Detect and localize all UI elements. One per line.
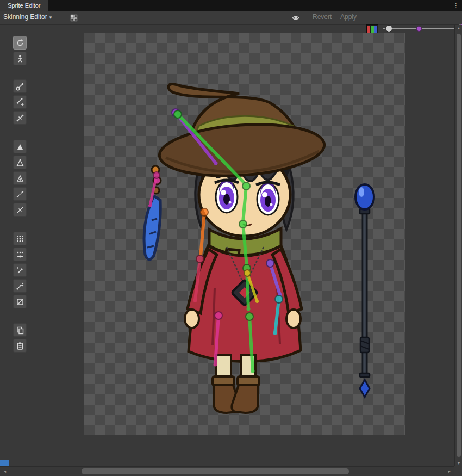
- restore-bind-pose-button[interactable]: [13, 52, 27, 65]
- staff-sprite: [355, 184, 374, 397]
- edit-geometry-button[interactable]: [13, 156, 27, 169]
- skinning-tool-column: [13, 36, 27, 355]
- auto-geometry-button[interactable]: [13, 140, 27, 153]
- weight-brush-button[interactable]: [13, 263, 27, 277]
- scroll-left-icon[interactable]: ◄: [1, 469, 9, 473]
- hat-feather-accessory: [144, 166, 161, 259]
- reset-pose-icon: [16, 39, 24, 47]
- weight-tool-group: [13, 232, 27, 308]
- sprite-editor-window: Sprite Editor ⋮ Skinning Editor▾ Revert …: [0, 0, 462, 476]
- editor-mode-dropdown[interactable]: Skinning Editor▾: [3, 13, 52, 21]
- sprite-influence-button[interactable]: [13, 295, 27, 308]
- revert-button[interactable]: Revert: [313, 13, 332, 21]
- zoom-slider[interactable]: [383, 28, 460, 29]
- create-edge-button[interactable]: [13, 187, 27, 201]
- create-vertex-icon: [16, 174, 24, 183]
- edit-joints-icon: [16, 82, 24, 91]
- chevron-down-icon: ▾: [49, 15, 52, 20]
- bone-influence-icon: [16, 282, 24, 290]
- pose-tool-group: [13, 36, 27, 65]
- visibility-panel-button[interactable]: [290, 13, 301, 23]
- auto-weights-icon: [16, 234, 24, 243]
- opacity-handle-1[interactable]: [416, 26, 422, 32]
- sprite-canvas[interactable]: [84, 33, 405, 435]
- reset-pose-button[interactable]: [13, 36, 27, 50]
- clipboard-tool-group: [13, 323, 27, 353]
- witch-hat: [158, 84, 326, 181]
- tab-sprite-editor[interactable]: Sprite Editor: [0, 0, 48, 11]
- split-edge-icon: [16, 206, 24, 214]
- scroll-up-icon[interactable]: ▲: [455, 26, 462, 30]
- create-bone-button[interactable]: [13, 95, 27, 109]
- toolbar: Skinning Editor▾ Revert Apply: [0, 11, 462, 25]
- geometry-tool-group: [13, 140, 27, 217]
- right-boot: [232, 376, 259, 413]
- edit-joints-button[interactable]: [13, 79, 27, 93]
- weight-slider-icon: [16, 250, 24, 259]
- vertical-scrollbar[interactable]: ▲ ▼: [454, 25, 462, 466]
- editor-mode-label: Skinning Editor: [3, 13, 47, 21]
- paste-icon: [16, 342, 24, 350]
- weight-brush-icon: [16, 266, 24, 275]
- eye-icon: [291, 14, 300, 22]
- paste-button[interactable]: [13, 339, 27, 353]
- copy-icon: [16, 326, 24, 335]
- sprite-sheet-toggle-button[interactable]: [68, 13, 79, 23]
- sprite-sheet-icon: [70, 14, 78, 22]
- scrollbar-corner: [454, 466, 462, 476]
- copy-button[interactable]: [13, 323, 27, 337]
- vertical-scroll-thumb[interactable]: [457, 34, 461, 457]
- red-channel-chip: [367, 26, 370, 33]
- blue-channel-chip: [374, 26, 377, 33]
- auto-weights-button[interactable]: [13, 232, 27, 245]
- tab-strip: Sprite Editor ⋮: [0, 0, 462, 11]
- kebab-menu-icon[interactable]: ⋮: [452, 0, 460, 11]
- split-bone-button[interactable]: [13, 111, 27, 125]
- bind-pose-icon: [16, 54, 24, 63]
- apply-button[interactable]: Apply: [340, 13, 357, 21]
- split-edge-button[interactable]: [13, 203, 27, 217]
- scroll-down-icon[interactable]: ▼: [455, 461, 462, 465]
- green-channel-chip: [371, 26, 373, 33]
- edit-geometry-icon: [16, 158, 24, 167]
- create-edge-icon: [16, 190, 24, 199]
- auto-geometry-icon: [16, 143, 24, 151]
- create-vertex-button[interactable]: [13, 171, 27, 185]
- bone-influence-button[interactable]: [13, 279, 27, 293]
- horizontal-scroll-thumb[interactable]: [82, 468, 349, 474]
- create-bone-icon: [16, 98, 24, 107]
- weight-slider-button[interactable]: [13, 248, 27, 261]
- scroll-right-icon[interactable]: ►: [446, 469, 453, 473]
- zoom-slider-knob[interactable]: [385, 25, 392, 32]
- horizontal-scrollbar[interactable]: ◄ ►: [0, 466, 454, 476]
- character-sprite: [84, 33, 405, 435]
- bone-tool-group: [13, 79, 27, 125]
- split-bone-icon: [16, 114, 24, 122]
- sprite-influence-icon: [16, 298, 24, 306]
